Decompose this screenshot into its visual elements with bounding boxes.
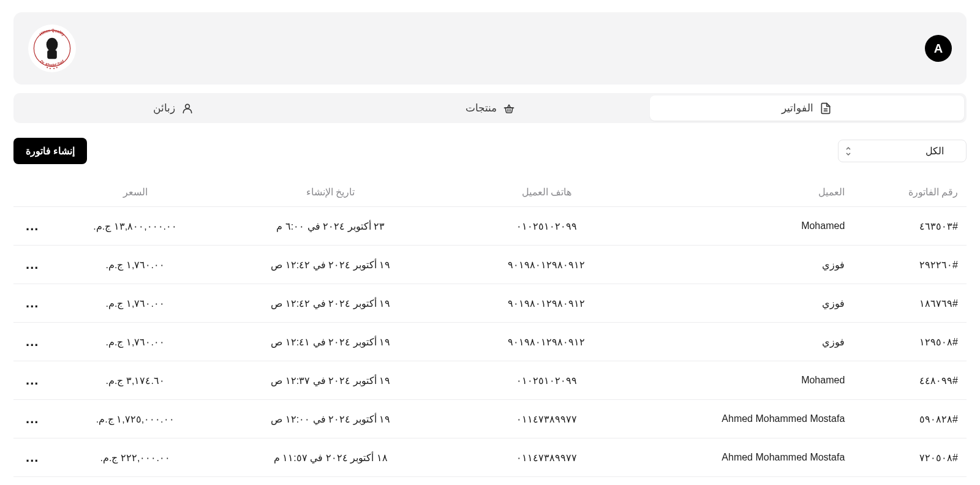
svg-rect-2: [47, 50, 57, 59]
cell-created: ١٨ أكتوبر ٢٠٢٤ في ١١:٥٧ م: [217, 452, 443, 464]
create-invoice-label: إنشاء فاتورة: [26, 146, 75, 156]
table-row[interactable]: #١٢٩٥٠٨فوزي٩٠١٩٨٠١٢٩٨٠٩١٢١٩ أكتوبر ٢٠٢٤ …: [13, 322, 967, 361]
avatar-letter: A: [934, 42, 943, 56]
svg-point-5: [47, 67, 48, 68]
svg-text:Hilton Quality: Hilton Quality: [39, 28, 66, 37]
cell-customer: فوزي: [649, 298, 845, 309]
cell-invoice: #١٨٦٧٦٩: [845, 298, 958, 309]
tab-customers[interactable]: زبائن: [16, 96, 330, 121]
cell-actions: ...: [22, 334, 53, 350]
table-row[interactable]: #٤٤٨٠٩٩Mohamed٠١٠٢٥١٠٢٠٩٩١٩ أكتوبر ٢٠٢٤ …: [13, 361, 967, 399]
cell-actions: ...: [22, 295, 53, 311]
tab-invoices[interactable]: الفواتير: [650, 96, 964, 121]
cell-actions: ...: [22, 257, 53, 273]
cell-phone: ٠١٠٢٥١٠٢٠٩٩: [443, 220, 649, 232]
cell-price: ١٣,٨٠٠,٠٠٠.٠٠ ج.م.‏: [53, 220, 217, 232]
invoices-table: رقم الفاتورة العميل هاتف العميل تاريخ ال…: [13, 178, 967, 485]
tab-invoices-label: الفواتير: [782, 102, 813, 115]
cell-actions: ...: [22, 218, 53, 234]
svg-text:Dr. Khalid Zaid: Dr. Khalid Zaid: [39, 59, 64, 67]
cell-created: ١٩ أكتوبر ٢٠٢٤ في ١٢:٤٢ ص: [217, 298, 443, 309]
cell-customer: Mohamed: [649, 375, 845, 386]
cell-actions: ...: [22, 411, 53, 427]
cell-invoice: #٧٢٠٥٠٨: [845, 452, 958, 464]
header-invoice: رقم الفاتورة: [845, 186, 958, 198]
table-row[interactable]: #٢٩٢٢٦٠فوزي٩٠١٩٨٠١٢٩٨٠٩١٢١٩ أكتوبر ٢٠٢٤ …: [13, 245, 967, 284]
cell-actions: ...: [22, 449, 53, 465]
basket-icon: [503, 102, 515, 115]
cell-invoice: #٥٩٠٨٢٨: [845, 413, 958, 425]
cell-price: ١,٧٢٥,٠٠٠.٠٠ ج.م.‏: [53, 413, 217, 425]
cell-phone: ٠١١٤٧٣٨٩٩٧٧: [443, 413, 649, 425]
cell-price: ٣,١٧٤.٦٠ ج.م.‏: [53, 375, 217, 386]
cell-created: ١٩ أكتوبر ٢٠٢٤ في ١٢:٤٢ ص: [217, 259, 443, 271]
cell-invoice: #١٢٩٥٠٨: [845, 336, 958, 348]
tab-customers-label: زبائن: [153, 102, 175, 115]
row-more-button[interactable]: ...: [22, 334, 42, 349]
cell-price: ١,٧٦٠.٠٠ ج.م.‏: [53, 336, 217, 348]
cell-phone: ٩٠١٩٨٠١٢٩٨٠٩١٢: [443, 298, 649, 309]
svg-point-8: [56, 67, 58, 68]
cell-created: ١٩ أكتوبر ٢٠٢٤ في ١٢:٠٠ ص: [217, 413, 443, 425]
cell-customer: فوزي: [649, 336, 845, 348]
document-icon: [820, 102, 832, 115]
filter-select[interactable]: الكل: [838, 140, 967, 162]
table-header-row: رقم الفاتورة العميل هاتف العميل تاريخ ال…: [13, 178, 967, 206]
row-more-button[interactable]: ...: [22, 295, 42, 310]
toolbar: الكل إنشاء فاتورة: [13, 138, 967, 164]
cell-phone: ٩٠١٩٨٠١٢٩٨٠٩١٢: [443, 259, 649, 271]
svg-point-6: [50, 68, 51, 69]
header-created: تاريخ الإنشاء: [217, 186, 443, 198]
cell-phone: ٠١١٤٧٣٨٩٩٧٧: [443, 452, 649, 464]
table-row[interactable]: #٥٩٠٨٢٨Ahmed Mohammed Mostafa٠١١٤٧٣٨٩٩٧٧…: [13, 399, 967, 438]
cell-invoice: #٢٩٢٢٦٠: [845, 259, 958, 271]
brand-logo: Hilton Quality Dr. Khalid Zaid: [28, 24, 76, 72]
tab-products[interactable]: منتجات: [333, 96, 647, 121]
filter-selected-value: الكل: [925, 146, 944, 156]
row-more-button[interactable]: ...: [22, 449, 42, 465]
cell-phone: ٠١٠٢٥١٠٢٠٩٩: [443, 375, 649, 386]
header-bar: A Hilton Quality Dr. Khalid Zaid: [13, 12, 967, 85]
cell-actions: ...: [22, 372, 53, 388]
table-row[interactable]: #٤٦٣٥٠٣Mohamed٠١٠٢٥١٠٢٠٩٩٢٣ أكتوبر ٢٠٢٤ …: [13, 206, 967, 245]
cell-customer: Ahmed Mohammed Mostafa: [649, 413, 845, 424]
row-more-button[interactable]: ...: [22, 257, 42, 272]
create-invoice-button[interactable]: إنشاء فاتورة: [13, 138, 87, 164]
avatar[interactable]: A: [925, 35, 952, 62]
table-row[interactable]: #٧٢٠٥٠٨Ahmed Mohammed Mostafa٠١١٤٧٣٨٩٩٧٧…: [13, 438, 967, 476]
cell-customer: فوزي: [649, 259, 845, 271]
header-customer: العميل: [649, 186, 845, 198]
cell-price: ١,٧٦٠.٠٠ ج.م.‏: [53, 259, 217, 271]
cell-created: ٢٣ أكتوبر ٢٠٢٤ في ٦:٠٠ م: [217, 220, 443, 232]
row-more-button[interactable]: ...: [22, 372, 42, 388]
cell-price: ١,٧٦٠.٠٠ ج.م.‏: [53, 298, 217, 309]
header-price: السعر: [53, 186, 217, 198]
row-more-button[interactable]: ...: [22, 218, 42, 233]
table-row[interactable]: #٣٣٨١٧٩Ahmed Mohammed Mostafa٠١١٤٧٣٨٩٩٧٧…: [13, 476, 967, 485]
svg-point-7: [53, 68, 55, 69]
table-row[interactable]: #١٨٦٧٦٩فوزي٩٠١٩٨٠١٢٩٨٠٩١٢١٩ أكتوبر ٢٠٢٤ …: [13, 284, 967, 322]
cell-phone: ٩٠١٩٨٠١٢٩٨٠٩١٢: [443, 336, 649, 348]
cell-created: ١٩ أكتوبر ٢٠٢٤ في ١٢:٣٧ ص: [217, 375, 443, 386]
cell-invoice: #٤٤٨٠٩٩: [845, 375, 958, 386]
cell-price: ٢٢٢,٠٠٠.٠٠ ج.م.‏: [53, 452, 217, 464]
cell-customer: Ahmed Mohammed Mostafa: [649, 452, 845, 463]
user-icon: [181, 102, 194, 115]
cell-invoice: #٤٦٣٥٠٣: [845, 220, 958, 232]
nav-tabs: الفواتير منتجات زبائن: [13, 93, 967, 123]
svg-point-14: [185, 104, 189, 108]
cell-created: ١٩ أكتوبر ٢٠٢٤ في ١٢:٤١ ص: [217, 336, 443, 348]
svg-point-1: [47, 38, 58, 51]
header-phone: هاتف العميل: [443, 186, 649, 198]
row-more-button[interactable]: ...: [22, 411, 42, 426]
tab-products-label: منتجات: [466, 102, 497, 115]
cell-customer: Mohamed: [649, 220, 845, 231]
select-chevrons-icon: [845, 146, 852, 156]
